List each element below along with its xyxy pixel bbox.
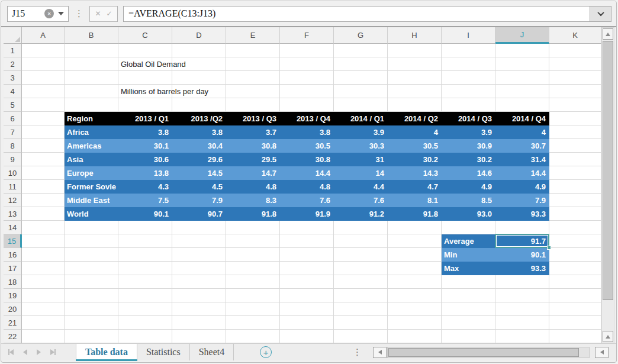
- cell-H5[interactable]: [388, 98, 442, 112]
- cell-C7[interactable]: 3.8: [118, 125, 172, 139]
- cell-C4[interactable]: Millions of barrels per day: [118, 85, 172, 98]
- cell-F12[interactable]: 7.6: [280, 194, 334, 207]
- cell-J11[interactable]: 4.9: [495, 180, 549, 194]
- cell-F8[interactable]: 30.5: [280, 139, 334, 153]
- cell-D19[interactable]: [172, 289, 226, 302]
- cell-G2[interactable]: [334, 57, 388, 71]
- cell-A18[interactable]: [22, 275, 65, 289]
- cell-F7[interactable]: 3.8: [280, 125, 334, 139]
- row-header-22[interactable]: 22: [4, 330, 22, 343]
- cell-B7[interactable]: Africa: [65, 125, 118, 139]
- cell-H2[interactable]: [388, 57, 442, 71]
- cell-C3[interactable]: [118, 71, 172, 85]
- cell-G12[interactable]: 7.6: [334, 194, 388, 207]
- clear-circle-x-icon[interactable]: ✕: [44, 9, 54, 18]
- cell-A7[interactable]: [22, 125, 65, 139]
- cell-B2[interactable]: [65, 57, 118, 71]
- cell-A15[interactable]: [22, 234, 65, 248]
- cell-C11[interactable]: 4.3: [118, 180, 172, 194]
- cell-A8[interactable]: [22, 139, 65, 153]
- cell-E4[interactable]: [226, 85, 280, 98]
- cell-G3[interactable]: [334, 71, 388, 85]
- cell-I20[interactable]: [442, 302, 495, 316]
- cell-F21[interactable]: [280, 316, 334, 330]
- cell-I17[interactable]: Max: [442, 262, 495, 275]
- row-header-8[interactable]: 8: [4, 139, 22, 153]
- cell-J5[interactable]: [495, 98, 549, 112]
- vertical-scrollbar-thumb[interactable]: [603, 41, 613, 300]
- cell-J2[interactable]: [495, 57, 549, 71]
- cell-C18[interactable]: [118, 275, 172, 289]
- cell-I8[interactable]: 30.9: [442, 139, 495, 153]
- cell-A13[interactable]: [22, 207, 65, 221]
- cell-D12[interactable]: 7.9: [172, 194, 226, 207]
- cell-B20[interactable]: [65, 302, 118, 316]
- cell-E18[interactable]: [226, 275, 280, 289]
- scroll-right-button[interactable]: [595, 347, 609, 358]
- cell-H4[interactable]: [388, 85, 442, 98]
- cell-E5[interactable]: [226, 98, 280, 112]
- cell-F18[interactable]: [280, 275, 334, 289]
- cell-F10[interactable]: 14.4: [280, 166, 334, 180]
- cell-H8[interactable]: 30.5: [388, 139, 442, 153]
- cell-J6[interactable]: 2014 / Q4: [495, 112, 549, 125]
- cell-H11[interactable]: 4.7: [388, 180, 442, 194]
- formula-input[interactable]: =AVERAGE(C13:J13): [123, 6, 590, 22]
- cell-D16[interactable]: [172, 248, 226, 262]
- cell-E19[interactable]: [226, 289, 280, 302]
- horizontal-scrollbar-track[interactable]: [387, 347, 590, 358]
- cell-G13[interactable]: 91.2: [334, 207, 388, 221]
- cell-D3[interactable]: [172, 71, 226, 85]
- cell-E12[interactable]: 8.3: [226, 194, 280, 207]
- cell-D20[interactable]: [172, 302, 226, 316]
- cell-A22[interactable]: [22, 330, 65, 343]
- cell-B3[interactable]: [65, 71, 118, 85]
- scroll-up-button[interactable]: [603, 28, 613, 40]
- cell-F19[interactable]: [280, 289, 334, 302]
- cell-D18[interactable]: [172, 275, 226, 289]
- row-header-19[interactable]: 19: [4, 289, 22, 302]
- cell-B13[interactable]: World: [65, 207, 118, 221]
- cell-H19[interactable]: [388, 289, 442, 302]
- cell-J14[interactable]: [495, 221, 549, 234]
- column-header-I[interactable]: I: [442, 27, 495, 44]
- cell-I1[interactable]: [442, 44, 495, 57]
- cell-H18[interactable]: [388, 275, 442, 289]
- cell-D17[interactable]: [172, 262, 226, 275]
- cell-B21[interactable]: [65, 316, 118, 330]
- row-header-6[interactable]: 6: [4, 112, 22, 125]
- column-header-J[interactable]: J: [495, 27, 549, 44]
- cell-F2[interactable]: [280, 57, 334, 71]
- cell-F20[interactable]: [280, 302, 334, 316]
- cell-G4[interactable]: [334, 85, 388, 98]
- last-sheet-icon[interactable]: [50, 349, 56, 355]
- cell-A16[interactable]: [22, 248, 65, 262]
- cell-A14[interactable]: [22, 221, 65, 234]
- cell-H1[interactable]: [388, 44, 442, 57]
- cell-C19[interactable]: [118, 289, 172, 302]
- cell-H21[interactable]: [388, 316, 442, 330]
- row-header-18[interactable]: 18: [4, 275, 22, 289]
- cell-B12[interactable]: Middle East: [65, 194, 118, 207]
- row-header-14[interactable]: 14: [4, 221, 22, 234]
- cell-J15[interactable]: 91.7: [495, 234, 549, 248]
- cell-A10[interactable]: [22, 166, 65, 180]
- cell-E3[interactable]: [226, 71, 280, 85]
- cell-H10[interactable]: 14.3: [388, 166, 442, 180]
- cell-K12[interactable]: [549, 194, 601, 207]
- sheet-tab-sheet4[interactable]: Sheet4: [190, 344, 234, 360]
- cell-H20[interactable]: [388, 302, 442, 316]
- cell-D10[interactable]: 14.5: [172, 166, 226, 180]
- cell-B9[interactable]: Asia: [65, 153, 118, 166]
- column-header-K[interactable]: K: [549, 27, 601, 44]
- cell-I10[interactable]: 14.6: [442, 166, 495, 180]
- cell-H6[interactable]: 2014 / Q2: [388, 112, 442, 125]
- cell-C12[interactable]: 7.5: [118, 194, 172, 207]
- cell-F13[interactable]: 91.9: [280, 207, 334, 221]
- cell-F16[interactable]: [280, 248, 334, 262]
- cell-H12[interactable]: 8.1: [388, 194, 442, 207]
- cell-K22[interactable]: [549, 330, 601, 343]
- cell-B16[interactable]: [65, 248, 118, 262]
- column-header-C[interactable]: C: [118, 27, 172, 44]
- row-header-5[interactable]: 5: [4, 98, 22, 112]
